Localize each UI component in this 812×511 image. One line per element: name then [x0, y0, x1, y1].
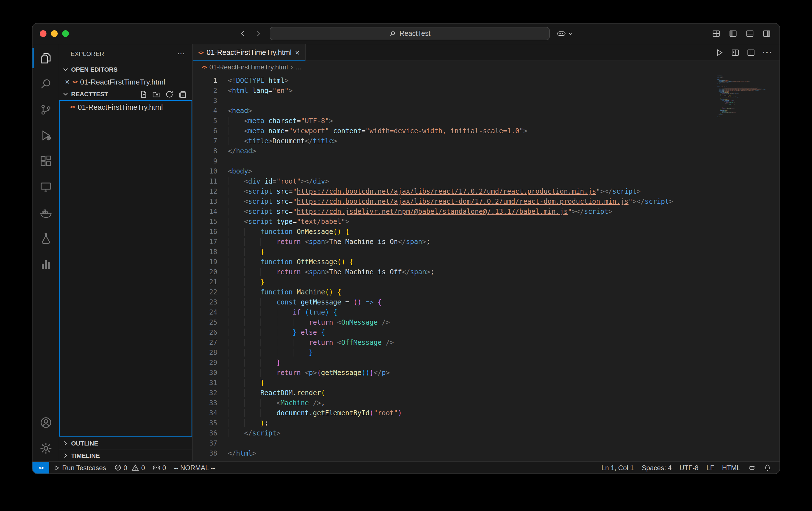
line-number[interactable]: 28 — [193, 348, 217, 358]
code-line[interactable]: 18 } — [193, 247, 780, 257]
refresh-icon[interactable] — [165, 90, 174, 98]
timeline-section-header[interactable]: TIMELINE — [59, 449, 192, 461]
code-line[interactable]: 36 </script> — [193, 428, 780, 438]
minimap[interactable]: <!DOCTYPE html><html lang="en"><head> <m… — [716, 76, 773, 148]
code-line[interactable]: 5 <meta charset="UTF-8"> — [193, 116, 780, 126]
remote-explorer-icon[interactable] — [32, 174, 59, 200]
collapse-all-icon[interactable] — [178, 90, 186, 98]
titlebar[interactable]: ReactTest — [32, 24, 780, 44]
line-number[interactable]: 32 — [193, 388, 217, 398]
code-line[interactable]: 30 return <p>{getMessage()}</p> — [193, 368, 780, 378]
sidebar-more-actions-icon[interactable] — [177, 50, 185, 57]
workspace-section-header[interactable]: REACTTEST — [59, 88, 192, 100]
eol-indicator[interactable]: LF — [702, 464, 718, 472]
line-number[interactable]: 38 — [193, 448, 217, 458]
code-line[interactable]: 32 ReactDOM.render( — [193, 388, 780, 398]
code-line[interactable]: 20 return <span>The Machine is Off</span… — [193, 267, 780, 277]
new-folder-icon[interactable] — [152, 90, 161, 98]
code-line[interactable]: 24 if (true) { — [193, 307, 780, 317]
run-file-icon[interactable] — [715, 48, 724, 57]
toggle-panel-icon[interactable] — [745, 29, 754, 38]
file-tree[interactable]: 01-ReactFirstTimeTry.html — [59, 100, 192, 437]
code-line[interactable]: 35 ); — [193, 418, 780, 428]
line-number[interactable]: 6 — [193, 126, 217, 136]
line-number[interactable]: 13 — [193, 197, 217, 207]
extensions-icon[interactable] — [32, 148, 59, 174]
line-number[interactable]: 23 — [193, 297, 217, 307]
copilot-menu-button[interactable] — [556, 29, 574, 39]
code-line[interactable]: 25 return <OnMessage /> — [193, 317, 780, 327]
run-and-debug-icon[interactable] — [32, 123, 59, 148]
breadcrumb-file[interactable]: 01-ReactFirstTimeTry.html — [209, 63, 288, 71]
customize-layout-icon[interactable] — [712, 29, 721, 38]
language-mode-indicator[interactable]: HTML — [718, 464, 744, 472]
code-line[interactable]: 8</head> — [193, 146, 780, 156]
forward-arrow-icon[interactable] — [254, 29, 263, 38]
breadcrumb-symbol[interactable]: ... — [296, 63, 301, 71]
code-line[interactable]: 11 <div id="root"></div> — [193, 176, 780, 186]
close-window-button[interactable] — [40, 30, 47, 37]
breadcrumb[interactable]: 01-ReactFirstTimeTry.html ... — [193, 61, 780, 73]
vim-mode-indicator[interactable]: -- NORMAL -- — [170, 462, 219, 474]
line-number[interactable]: 35 — [193, 418, 217, 428]
notifications-bell-icon[interactable] — [760, 464, 775, 471]
line-number[interactable]: 2 — [193, 86, 217, 96]
code-line[interactable]: 3 — [193, 96, 780, 106]
line-number[interactable]: 20 — [193, 267, 217, 277]
code-line[interactable]: 29 } — [193, 358, 780, 368]
close-editor-icon[interactable] — [65, 77, 69, 86]
line-number[interactable]: 11 — [193, 176, 217, 186]
ports-indicator[interactable]: 0 — [149, 462, 170, 474]
line-number[interactable]: 5 — [193, 116, 217, 126]
code-line[interactable]: 28 } — [193, 348, 780, 358]
code-lines[interactable]: 1<!DOCTYPE html>2<html lang="en">34<head… — [193, 76, 780, 458]
bar-chart-icon[interactable] — [32, 251, 59, 277]
encoding-indicator[interactable]: UTF-8 — [676, 464, 702, 472]
search-icon[interactable] — [32, 71, 59, 97]
code-line[interactable]: 2<html lang="en"> — [193, 86, 780, 96]
tab-active[interactable]: 01-ReactFirstTimeTry.html — [193, 44, 306, 61]
line-number[interactable]: 4 — [193, 106, 217, 116]
open-editors-section-header[interactable]: OPEN EDITORS — [59, 63, 192, 76]
line-number[interactable]: 18 — [193, 247, 217, 257]
code-line[interactable]: 6 <meta name="viewport" content="width=d… — [193, 126, 780, 136]
line-number[interactable]: 25 — [193, 317, 217, 327]
line-number[interactable]: 27 — [193, 337, 217, 348]
settings-gear-icon[interactable] — [32, 435, 59, 461]
line-number[interactable]: 1 — [193, 76, 217, 86]
line-number[interactable]: 19 — [193, 257, 217, 267]
file-tree-item[interactable]: 01-ReactFirstTimeTry.html — [60, 101, 192, 113]
source-control-icon[interactable] — [32, 97, 59, 123]
account-icon[interactable] — [32, 410, 59, 435]
command-center-search[interactable]: ReactTest — [270, 27, 550, 40]
line-number[interactable]: 34 — [193, 408, 217, 418]
line-number[interactable]: 22 — [193, 287, 217, 297]
run-testcases-button[interactable]: Run Testcases — [49, 462, 110, 474]
code-line[interactable]: 15 <script type="text/babel"> — [193, 217, 780, 227]
line-number[interactable]: 15 — [193, 217, 217, 227]
open-editor-item[interactable]: 01-ReactFirstTimeTry.html — [59, 76, 192, 88]
toggle-secondary-sidebar-icon[interactable] — [762, 29, 771, 38]
code-line[interactable]: 38</html> — [193, 448, 780, 458]
line-number[interactable]: 14 — [193, 207, 217, 217]
close-tab-icon[interactable] — [295, 48, 299, 57]
line-number[interactable]: 12 — [193, 186, 217, 197]
code-line[interactable]: 26 } else { — [193, 327, 780, 337]
code-line[interactable]: 31 } — [193, 378, 780, 388]
remote-indicator[interactable]: >< — [32, 462, 49, 474]
code-line[interactable]: 12 <script src="https://cdn.bootcdn.net/… — [193, 186, 780, 197]
explorer-icon[interactable] — [32, 45, 59, 71]
cursor-position[interactable]: Ln 1, Col 1 — [598, 464, 638, 472]
code-line[interactable]: 13 <script src="https://cdn.bootcdn.net/… — [193, 197, 780, 207]
line-number[interactable]: 26 — [193, 327, 217, 337]
docker-icon[interactable] — [32, 200, 59, 226]
toggle-primary-sidebar-icon[interactable] — [729, 29, 737, 38]
code-line[interactable]: 19 function OffMessage() { — [193, 257, 780, 267]
line-number[interactable]: 9 — [193, 156, 217, 166]
outline-section-header[interactable]: OUTLINE — [59, 437, 192, 449]
line-number[interactable]: 24 — [193, 307, 217, 317]
new-file-icon[interactable] — [140, 90, 148, 98]
zoom-window-button[interactable] — [62, 30, 69, 37]
code-line[interactable]: 4<head> — [193, 106, 780, 116]
line-number[interactable]: 33 — [193, 398, 217, 408]
